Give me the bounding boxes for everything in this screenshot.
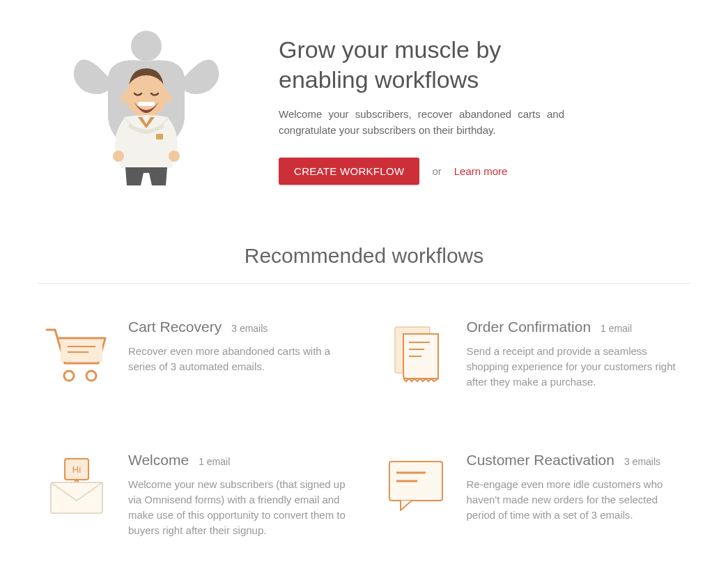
svg-point-11 — [64, 371, 74, 381]
section-title: Recommended workflows — [0, 244, 728, 283]
card-title: Cart Recovery — [128, 319, 222, 335]
workflow-card-cart-recovery[interactable]: Cart Recovery 3 emails Recover even more… — [38, 319, 348, 389]
card-desc: Re-engage even more idle customers who h… — [467, 477, 687, 522]
muscle-man-icon — [70, 28, 223, 188]
hero-section: Grow your muscle by enabling workflows W… — [0, 0, 728, 202]
message-icon — [376, 452, 453, 538]
card-meta: 3 emails — [231, 323, 268, 334]
card-desc: Send a receipt and provide a seamless sh… — [467, 344, 687, 389]
workflow-grid: Cart Recovery 3 emails Recover even more… — [0, 284, 728, 565]
svg-rect-8 — [61, 340, 102, 362]
hero-content: Grow your muscle by enabling workflows W… — [279, 28, 564, 188]
receipt-icon — [376, 319, 453, 389]
cart-icon — [38, 319, 114, 389]
hero-subtitle: Welcome your subscribers, recover abando… — [279, 107, 564, 138]
card-desc: Recover even more abandoned carts with a… — [128, 344, 348, 374]
card-meta: 1 email — [199, 456, 230, 467]
or-text: or — [432, 165, 441, 177]
svg-point-0 — [131, 31, 162, 61]
svg-rect-5 — [156, 134, 163, 139]
svg-point-4 — [164, 93, 172, 102]
svg-point-12 — [86, 371, 96, 381]
hero-title: Grow your muscle by enabling workflows — [279, 35, 564, 94]
svg-point-7 — [169, 151, 180, 162]
svg-point-6 — [113, 151, 124, 162]
welcome-envelope-icon: Hi — [38, 452, 114, 538]
card-meta: 1 email — [601, 323, 632, 334]
workflow-card-welcome[interactable]: Hi Welcome 1 email Welcome your new subs… — [38, 452, 348, 538]
workflow-card-customer-reactivation[interactable]: Customer Reactivation 3 emails Re-engage… — [376, 452, 687, 538]
svg-text:Hi: Hi — [72, 464, 81, 475]
learn-more-link[interactable]: Learn more — [454, 165, 508, 177]
svg-point-3 — [121, 93, 129, 102]
hero-actions: CREATE WORKFLOW or Learn more — [279, 158, 564, 185]
workflow-card-order-confirmation[interactable]: Order Confirmation 1 email Send a receip… — [376, 319, 687, 389]
svg-rect-2 — [138, 102, 155, 106]
card-title: Welcome — [128, 452, 189, 469]
card-desc: Welcome your new subscribers (that signe… — [128, 477, 348, 538]
card-title: Order Confirmation — [467, 319, 591, 335]
card-meta: 3 emails — [624, 456, 660, 467]
card-title: Customer Reactivation — [467, 452, 614, 469]
create-workflow-button[interactable]: CREATE WORKFLOW — [279, 158, 419, 185]
hero-illustration — [42, 28, 251, 188]
